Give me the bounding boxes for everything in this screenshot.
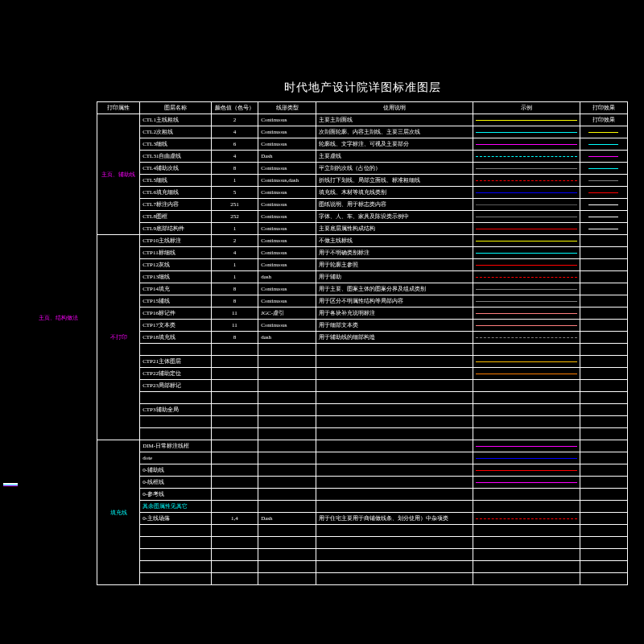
cell-linetype [258,440,316,452]
cell-sample [473,211,580,223]
cell-sample [473,489,580,501]
cell-color: 8 [211,283,258,295]
cell-usage [316,380,473,392]
cell-color: 2 [211,235,258,247]
table-row: CTP3辅助全局 [97,404,628,416]
cell-linetype: Continuous [258,320,316,332]
sample-line [476,156,576,157]
table-row: 不打印CTP10主线标注2Continuous不做主线标线 [97,235,628,247]
cell-sample [473,561,580,573]
cell-print-effect [580,247,627,259]
cell-layer: CTL8图框 [140,211,212,223]
cell-linetype: Continuous [258,126,316,138]
table-row: CTL8图框252Continuous字体、人、车、家具及陈设类示例中 [97,211,628,223]
sample-line [476,313,576,314]
print-sample-line [588,180,618,181]
cell-usage: 字体、人、车、家具及陈设类示例中 [316,211,473,223]
cell-linetype [258,344,316,356]
cell-color: 1,4 [211,513,258,525]
cell-layer [140,428,212,440]
cell-layer: CTP14填充 [140,283,212,295]
legend-swatch [3,485,18,486]
cell-linetype: Dash [258,513,316,525]
cell-color [211,380,258,392]
cell-usage [316,368,473,380]
cell-color: 8 [211,332,258,344]
table-row: CTP22辅助定位 [97,368,628,380]
cell-linetype [258,489,316,501]
cell-print-effect [580,452,627,464]
cell-print-effect [580,235,627,247]
cell-print-effect [580,332,627,344]
cell-print-effect [580,344,627,356]
cell-print-effect [580,464,627,477]
cell-layer: CTL7标注内容 [140,199,212,211]
cell-linetype [258,477,316,489]
table-row: CTP21主体图层 [97,356,628,368]
table-row: CTP13细线1dash用于辅助 [97,271,628,283]
cell-color [211,561,258,573]
cell-sample [473,404,580,416]
cell-usage: 用于主要、图案主体的图案分界及组成类别 [316,283,473,295]
cell-color: 252 [211,211,258,223]
cell-linetype [258,501,316,513]
cell-layer: CTL4辅助次线 [140,163,212,175]
cell-layer [140,416,212,428]
table-row: 0-辅助线 [97,464,628,477]
sample-line [476,337,576,338]
cell-layer [140,525,212,537]
print-sample-line [588,132,618,133]
cell-layer [140,549,212,561]
cell-sample [473,344,580,356]
cell-linetype [258,573,316,585]
cell-linetype: Continuous [258,223,316,235]
cell-usage [316,428,473,440]
cell-color: 6 [211,138,258,151]
cell-color [211,501,258,513]
cell-usage [316,344,473,356]
table-row: CTP18填充线8dash用于辅助线的细部构造 [97,332,628,344]
cell-color [211,344,258,356]
cell-sample [473,259,580,271]
cell-sample [473,151,580,163]
cell-color [211,525,258,537]
cell-usage [316,452,473,464]
cell-linetype: Continuous [258,199,316,211]
print-sample-line [588,204,618,205]
side-category-label: 主页、结构做法 [39,314,78,322]
cell-layer: 0-主线场落 [140,513,212,525]
sample-line [476,374,576,374]
cell-print-effect [580,416,627,428]
cell-print-effect [580,368,627,380]
table-row: 填充线DIM-日常标注线框 [97,440,628,452]
cell-print-effect [580,151,627,163]
cell-linetype: dash [258,271,316,283]
col-print-prop: 打印属性 [97,102,140,114]
cell-usage [316,404,473,416]
cell-usage [316,501,473,513]
table-row: CTL7标注内容251Continuous图纸说明、用于标志类内容 [97,199,628,211]
cell-color [211,368,258,380]
cell-print-effect [580,573,627,585]
group-label: 填充线 [97,440,140,585]
cell-usage: 用于轮廓主参照 [316,259,473,271]
cell-linetype: Continuous [258,283,316,295]
cell-print-effect [580,392,627,404]
cell-color [211,573,258,585]
cell-color: 2 [211,114,258,126]
table-row: CTL2次粗线4Continuous次剖面轮廓、内容主剖线、主要三层次线 [97,126,628,138]
cell-print-effect [580,513,627,525]
cell-layer: 0-辅助线 [140,464,212,477]
sample-line [476,120,576,121]
cell-linetype: Continuous [258,138,316,151]
cell-usage: 主要虚线 [316,151,473,163]
cell-color [211,440,258,452]
cell-sample [473,187,580,199]
cell-sample [473,320,580,332]
cell-usage: 用于各块补充说明标注 [316,308,473,320]
col-layer-name: 图层名称 [140,102,212,114]
cell-linetype: Dash [258,151,316,163]
cell-layer: CTL9底部结构件 [140,223,212,235]
cell-sample [473,295,580,308]
table-row: CTP17文本类11Continuous用于细部文本类 [97,320,628,332]
